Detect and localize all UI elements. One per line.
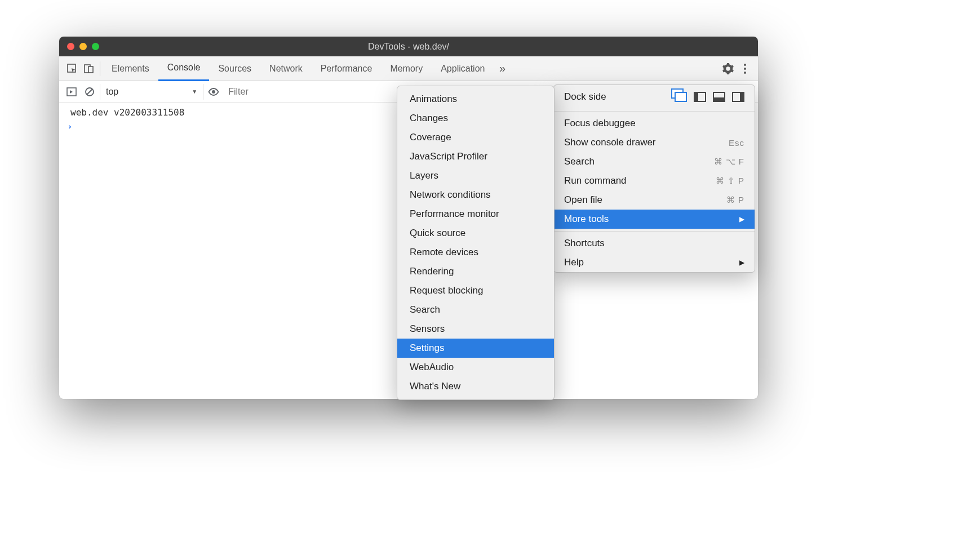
svg-point-4: [744, 68, 746, 70]
menu-divider: [554, 111, 755, 112]
submenu-item-performance-monitor[interactable]: Performance monitor: [397, 205, 554, 224]
submenu-item-settings[interactable]: Settings: [397, 339, 554, 358]
submenu-arrow-icon: ▶: [739, 259, 744, 266]
more-tabs-chevron-icon[interactable]: »: [494, 60, 511, 77]
svg-point-3: [744, 64, 746, 66]
titlebar: DevTools - web.dev/: [59, 37, 758, 56]
toggle-sidebar-icon[interactable]: [64, 84, 79, 100]
dock-bottom-icon[interactable]: [713, 92, 725, 102]
submenu-item-layers[interactable]: Layers: [397, 166, 554, 185]
dock-undock-icon[interactable]: [675, 92, 687, 102]
divider: [100, 61, 100, 76]
svg-point-5: [744, 72, 746, 74]
dock-side-row: Dock side: [554, 85, 755, 109]
menu-run-command[interactable]: Run command⌘ ⇧ P: [554, 171, 755, 190]
filter-input[interactable]: [228, 84, 386, 100]
menu-open-file[interactable]: Open file⌘ P: [554, 190, 755, 210]
svg-rect-2: [88, 66, 93, 73]
svg-point-9: [212, 90, 215, 94]
live-expression-eye-icon[interactable]: [206, 84, 221, 100]
submenu-item-search[interactable]: Search: [397, 300, 554, 319]
submenu-arrow-icon: ▶: [739, 215, 744, 223]
tab-sources[interactable]: Sources: [209, 56, 260, 81]
menu-help[interactable]: Help▶: [554, 253, 755, 272]
main-menu: Dock side Focus debuggee Show console dr…: [553, 85, 755, 273]
submenu-item-changes[interactable]: Changes: [397, 109, 554, 128]
submenu-item-remote-devices[interactable]: Remote devices: [397, 243, 554, 262]
menu-shortcuts[interactable]: Shortcuts: [554, 234, 755, 253]
menu-focus-debuggee[interactable]: Focus debuggee: [554, 114, 755, 133]
more-tools-submenu: AnimationsChangesCoverageJavaScript Prof…: [397, 86, 555, 400]
submenu-item-network-conditions[interactable]: Network conditions: [397, 185, 554, 205]
execution-context-selector[interactable]: top ▼: [100, 84, 203, 100]
kebab-menu-icon[interactable]: [737, 60, 753, 77]
panel-tabbar: Elements Console Sources Network Perform…: [59, 56, 758, 81]
submenu-item-request-blocking[interactable]: Request blocking: [397, 281, 554, 300]
dock-side-label: Dock side: [564, 91, 606, 103]
submenu-item-sensors[interactable]: Sensors: [397, 319, 554, 339]
submenu-item-rendering[interactable]: Rendering: [397, 262, 554, 281]
submenu-item-webaudio[interactable]: WebAudio: [397, 358, 554, 377]
menu-search[interactable]: Search⌘ ⌥ F: [554, 152, 755, 171]
submenu-item-what-s-new[interactable]: What's New: [397, 377, 554, 396]
tab-network[interactable]: Network: [260, 56, 312, 81]
tab-application[interactable]: Application: [432, 56, 494, 81]
window-title: DevTools - web.dev/: [59, 42, 758, 52]
submenu-item-animations[interactable]: Animations: [397, 90, 554, 109]
settings-gear-icon[interactable]: [720, 60, 737, 77]
submenu-item-quick-source[interactable]: Quick source: [397, 224, 554, 243]
menu-show-console-drawer[interactable]: Show console drawerEsc: [554, 133, 755, 152]
dock-left-icon[interactable]: [694, 92, 706, 102]
device-toolbar-icon[interactable]: [81, 60, 97, 77]
context-label: top: [106, 87, 118, 97]
tab-console[interactable]: Console: [158, 56, 210, 81]
menu-divider: [554, 231, 755, 232]
tab-performance[interactable]: Performance: [312, 56, 382, 81]
clear-console-icon[interactable]: [82, 84, 97, 100]
dropdown-triangle-icon: ▼: [192, 88, 197, 95]
dock-right-icon[interactable]: [732, 92, 744, 102]
svg-line-8: [87, 89, 92, 95]
tab-elements[interactable]: Elements: [103, 56, 158, 81]
submenu-item-javascript-profiler[interactable]: JavaScript Profiler: [397, 147, 554, 166]
dock-options: [675, 92, 744, 102]
submenu-item-coverage[interactable]: Coverage: [397, 128, 554, 147]
menu-more-tools[interactable]: More tools▶: [554, 210, 755, 229]
tab-memory[interactable]: Memory: [381, 56, 432, 81]
inspect-element-icon[interactable]: [64, 60, 81, 77]
